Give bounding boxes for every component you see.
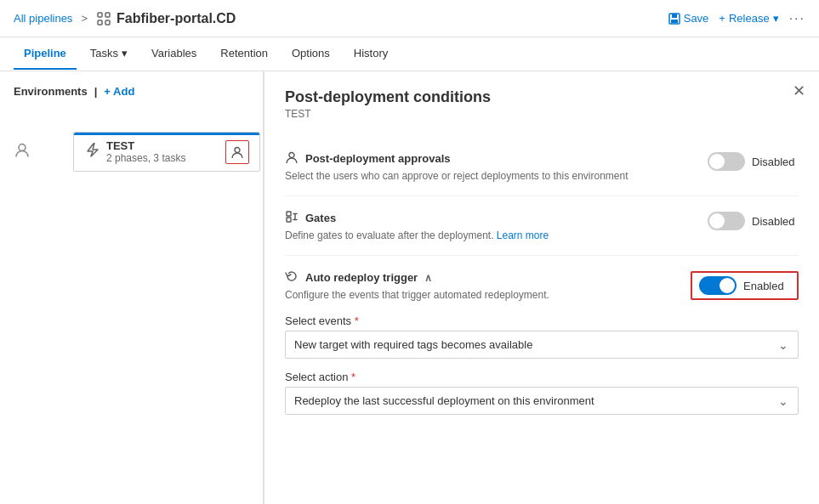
breadcrumb-link[interactable]: All pipelines — [14, 12, 72, 25]
auto-redeploy-section: Auto redeploy trigger ∧ Configure the ev… — [285, 256, 799, 440]
nav-tabs: Pipeline Tasks ▾ Variables Retention Opt… — [0, 37, 819, 71]
right-panel: ✕ Post-deployment conditions TEST Post-d… — [264, 71, 819, 504]
select-action-required: * — [351, 371, 355, 383]
gates-toggle-wrapper: Disabled — [708, 212, 799, 230]
add-button[interactable]: + Add — [104, 85, 134, 98]
auto-redeploy-heading: Auto redeploy trigger ∧ — [285, 269, 674, 286]
gates-toggle[interactable] — [708, 212, 745, 230]
tab-tasks[interactable]: Tasks ▾ — [80, 38, 138, 70]
svg-rect-5 — [672, 14, 677, 18]
tab-variables-label: Variables — [151, 47, 196, 59]
gates-section: Gates Define gates to evaluate after the… — [285, 196, 799, 256]
svg-rect-3 — [105, 20, 110, 25]
select-events-dropdown[interactable]: New target with required tags becomes av… — [285, 331, 799, 359]
auto-redeploy-top: Auto redeploy trigger ∧ Configure the ev… — [285, 269, 799, 314]
gates-icon — [285, 210, 299, 226]
svg-rect-6 — [671, 20, 678, 23]
gates-right: Disabled — [708, 210, 799, 230]
tasks-chevron-icon: ▾ — [122, 47, 128, 59]
select-action-wrapper: Redeploy the last successful deployment … — [285, 387, 799, 415]
auto-redeploy-right: Enabled — [691, 269, 799, 300]
pipeline-icon — [96, 11, 111, 26]
release-label: Release — [729, 12, 770, 25]
save-label: Save — [684, 12, 709, 25]
gates-toggle-label: Disabled — [752, 215, 799, 228]
auto-redeploy-left: Auto redeploy trigger ∧ Configure the ev… — [285, 269, 674, 314]
approvals-toggle-wrapper: Disabled — [708, 152, 799, 171]
release-button[interactable]: + Release ▾ — [719, 12, 778, 25]
env-card: TEST 2 phases, 3 tasks — [73, 132, 260, 172]
more-button[interactable]: ··· — [789, 11, 805, 26]
gates-left: Gates Define gates to evaluate after the… — [285, 210, 691, 241]
auto-redeploy-collapse-icon[interactable]: ∧ — [424, 272, 432, 284]
top-bar-right: Save + Release ▾ ··· — [668, 11, 805, 26]
svg-point-7 — [19, 144, 26, 150]
gates-desc: Define gates to evaluate after the deplo… — [285, 229, 691, 241]
svg-rect-1 — [105, 13, 110, 17]
release-chevron-icon: ▾ — [773, 12, 779, 25]
environments-label: Environments — [14, 85, 88, 98]
pre-stage-person-icon — [14, 141, 31, 162]
approvals-person-icon — [285, 150, 299, 167]
gates-heading: Gates — [285, 210, 691, 226]
svg-point-8 — [235, 147, 240, 152]
approvals-toggle-label: Disabled — [752, 156, 799, 168]
env-lightning-icon — [84, 143, 100, 161]
svg-rect-2 — [98, 20, 102, 25]
env-sub: 2 phases, 3 tasks — [106, 152, 185, 164]
select-action-field: Select action * Redeploy the last succes… — [285, 371, 799, 415]
auto-redeploy-toggle-label: Enabled — [743, 280, 790, 292]
tab-pipeline-label: Pipeline — [24, 47, 66, 59]
tab-tasks-label: Tasks — [90, 47, 118, 59]
approvals-left: Post-deployment approvals Select the use… — [285, 150, 691, 182]
gates-heading-label: Gates — [305, 212, 336, 224]
panel-title: Post-deployment conditions — [285, 88, 799, 106]
env-name: TEST — [106, 139, 185, 152]
close-button[interactable]: ✕ — [793, 82, 805, 100]
top-bar: All pipelines > Fabfiber-portal.CD Save … — [0, 0, 819, 37]
tab-retention[interactable]: Retention — [210, 38, 278, 70]
approvals-right: Disabled — [708, 150, 799, 171]
tab-retention-label: Retention — [220, 47, 268, 59]
svg-rect-0 — [98, 13, 102, 17]
tab-history[interactable]: History — [344, 38, 398, 70]
svg-rect-10 — [287, 212, 291, 216]
env-header: Environments | + Add — [14, 85, 249, 98]
left-panel: Environments | + Add TEST 2 phases, 3 ta… — [0, 71, 264, 504]
approvals-section: Post-deployment approvals Select the use… — [285, 137, 799, 196]
auto-redeploy-toggle[interactable] — [699, 276, 737, 295]
auto-redeploy-heading-label: Auto redeploy trigger — [305, 271, 418, 284]
tab-options-label: Options — [292, 47, 330, 59]
approvals-heading-label: Post-deployment approvals — [305, 152, 450, 165]
select-events-label: Select events * — [285, 314, 799, 327]
select-events-wrapper: New target with required tags becomes av… — [285, 331, 799, 359]
auto-redeploy-toggle-wrapper: Enabled — [691, 271, 799, 300]
panel-subtitle: TEST — [285, 108, 799, 120]
svg-point-9 — [289, 153, 294, 158]
approvals-heading: Post-deployment approvals — [285, 150, 691, 167]
approvals-desc: Select the users who can approve or reje… — [285, 170, 691, 182]
env-divider: | — [94, 85, 98, 98]
tab-variables[interactable]: Variables — [141, 38, 207, 70]
svg-rect-11 — [287, 218, 291, 222]
main-layout: Environments | + Add TEST 2 phases, 3 ta… — [0, 71, 819, 504]
select-events-field: Select events * New target with required… — [285, 314, 799, 359]
select-action-dropdown[interactable]: Redeploy the last successful deployment … — [285, 387, 799, 415]
pipeline-title: Fabfiber-portal.CD — [117, 11, 236, 26]
top-bar-left: All pipelines > Fabfiber-portal.CD — [14, 11, 236, 26]
tab-options[interactable]: Options — [282, 38, 340, 70]
save-button[interactable]: Save — [668, 12, 709, 25]
gates-learn-more-link[interactable]: Learn more — [497, 229, 549, 241]
select-events-required: * — [355, 314, 359, 327]
tab-history-label: History — [354, 47, 388, 59]
plus-icon: + — [719, 12, 725, 25]
select-action-label: Select action * — [285, 371, 799, 383]
auto-redeploy-icon — [285, 269, 299, 286]
breadcrumb-sep: > — [81, 12, 88, 25]
approvals-toggle[interactable] — [708, 152, 745, 171]
tab-pipeline[interactable]: Pipeline — [14, 38, 77, 70]
post-deploy-conditions-button[interactable] — [225, 140, 249, 164]
env-card-top-bar — [74, 133, 259, 135]
env-info: TEST 2 phases, 3 tasks — [106, 139, 185, 164]
env-card-inner: TEST 2 phases, 3 tasks — [84, 139, 225, 164]
